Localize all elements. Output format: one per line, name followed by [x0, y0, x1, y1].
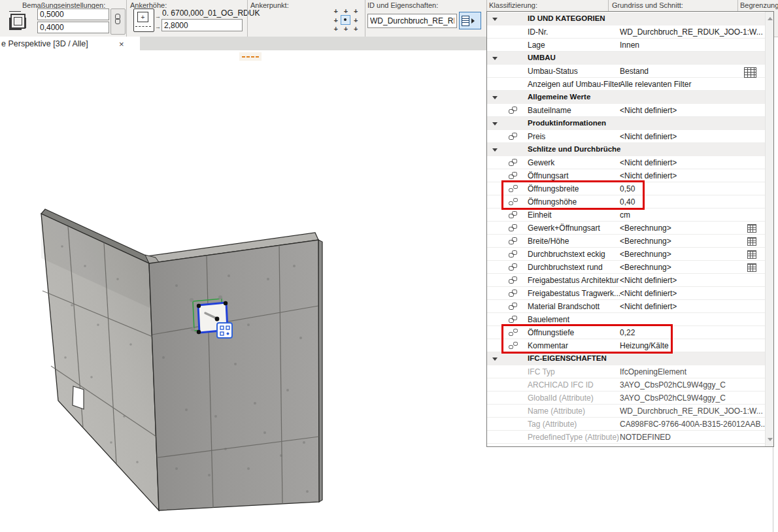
section-label: UMBAU — [528, 54, 556, 61]
property-row[interactable]: Bauteilname<Nicht definiert> — [487, 104, 766, 117]
property-row[interactable]: KommentarHeizung/Kälte — [487, 339, 766, 352]
document-icon — [462, 16, 469, 26]
property-row[interactable]: Preis<Nicht definiert> — [487, 130, 766, 143]
property-value[interactable]: <Nicht definiert> — [620, 289, 677, 298]
property-value[interactable]: <Nicht definiert> — [620, 302, 677, 311]
property-row[interactable]: Durchbruchstext eckig<Berechnung> — [487, 248, 766, 261]
table-icon[interactable] — [747, 250, 756, 259]
property-row[interactable]: Material Brandschott<Nicht definiert> — [487, 300, 766, 313]
link-dimensions-button[interactable] — [110, 8, 126, 35]
table-icon[interactable] — [747, 224, 756, 233]
3d-viewport[interactable] — [0, 50, 486, 532]
dim-width-input[interactable] — [37, 8, 109, 20]
table-icon[interactable] — [747, 263, 756, 272]
property-row[interactable]: Tag (Attribute)CA898F8C-9766-400A-B315-2… — [487, 418, 766, 431]
property-value[interactable]: Innen — [620, 41, 639, 50]
collapse-triangle-icon[interactable] — [492, 357, 498, 361]
anchor-point-center-selected[interactable] — [341, 15, 350, 25]
property-value[interactable]: 0,50 — [620, 184, 635, 193]
section-row[interactable]: ID UND KATEGORIEN — [487, 12, 766, 25]
property-row[interactable]: Einheitcm — [487, 208, 766, 222]
property-row[interactable]: Umbau-StatusBestand — [487, 65, 766, 78]
anchor-point-grid[interactable] — [331, 7, 361, 32]
property-value[interactable]: Alle relevanten Filter — [620, 80, 691, 89]
element-id-input[interactable] — [367, 14, 457, 28]
id-properties-button[interactable] — [459, 12, 481, 29]
section-row[interactable]: Allgemeine Werte — [487, 91, 766, 104]
property-row[interactable]: Breite/Höhe<Berechnung> — [487, 235, 766, 248]
property-value[interactable]: <Berechnung> — [620, 237, 671, 246]
tab-perspective-3d[interactable]: e Perspektive [3D / Alle] × — [0, 37, 140, 51]
chain-icon — [509, 133, 518, 141]
section-row[interactable]: Produktinformationen — [487, 117, 766, 130]
collapse-triangle-icon[interactable] — [492, 57, 498, 60]
tab-close-icon[interactable]: × — [119, 39, 124, 49]
property-value[interactable]: cm — [620, 210, 630, 220]
property-value[interactable]: Bestand — [620, 67, 649, 76]
property-value[interactable]: <Berechnung> — [620, 224, 671, 233]
property-value[interactable]: 3AYO_CbsP02hCL9W4ggy_C — [620, 380, 726, 390]
property-row[interactable]: Freigabestatus Tragwerk...<Nicht definie… — [487, 287, 766, 300]
property-label: PredefinedType (Attribute) — [528, 433, 619, 442]
property-row[interactable]: Öffnungshöhe0,40 — [487, 195, 766, 208]
property-row[interactable]: Name (Attribute)WD_Durchbruch_RE_RDUK_JO… — [487, 405, 766, 418]
property-row[interactable]: Anzeigen auf Umbau-FilterAlle relevanten… — [487, 78, 766, 91]
scrollbar[interactable] — [765, 12, 773, 446]
property-row[interactable]: PredefinedType (Attribute)NOTDEFINED — [487, 431, 766, 444]
archicad-window: Bemaßungseinstellungen: Ankerhöhe: + → →… — [0, 0, 778, 532]
anchor-height-input[interactable] — [161, 19, 243, 31]
property-row[interactable]: Gewerk+Öffnungsart<Berechnung> — [487, 222, 766, 235]
property-label: Gewerk — [528, 158, 554, 167]
scroll-up-icon[interactable] — [768, 17, 773, 20]
property-value[interactable]: NOTDEFINED — [620, 433, 671, 442]
anchor-point-label: Ankerpunkt: — [250, 1, 289, 9]
property-row[interactable]: Gewerk<Nicht definiert> — [487, 156, 766, 169]
property-value[interactable]: Heizung/Kälte — [620, 341, 669, 350]
property-value[interactable]: WD_Durchbruch_RE_RDUK_JOO-1:W... — [620, 27, 763, 37]
property-value[interactable]: <Nicht definiert> — [620, 106, 677, 115]
section-row[interactable]: UMBAU — [487, 52, 766, 65]
property-label: Bauteilname — [528, 106, 571, 115]
property-row[interactable]: ID-Nr.WD_Durchbruch_RE_RDUK_JOO-1:W... — [487, 25, 766, 39]
property-value[interactable]: <Nicht definiert> — [620, 276, 677, 285]
property-value[interactable]: <Berechnung> — [620, 250, 671, 259]
scroll-down-icon[interactable] — [768, 438, 773, 441]
property-row[interactable]: Bauelement — [487, 313, 766, 326]
collapse-triangle-icon[interactable] — [492, 18, 498, 21]
collapse-triangle-icon[interactable] — [492, 122, 498, 125]
property-value[interactable]: WD_Durchbruch_RE_RDUK_JOO-1:W... — [620, 407, 763, 416]
property-value[interactable]: 0,22 — [620, 328, 635, 337]
property-row[interactable]: Öffnungsbreite0,50 — [487, 182, 766, 195]
property-row[interactable]: Freigabestatus Architektur<Nicht definie… — [487, 274, 766, 287]
section-row[interactable]: Schlitze und Durchbrüche — [487, 143, 766, 156]
brick-icon[interactable] — [744, 67, 756, 78]
property-row[interactable]: Öffnungsart<Nicht definiert> — [487, 169, 766, 182]
wall-opening-hole[interactable] — [73, 386, 84, 409]
table-icon[interactable] — [747, 237, 756, 246]
property-label: Name (Attribute) — [528, 407, 585, 416]
property-value[interactable]: IfcOpeningElement — [620, 367, 686, 376]
property-row[interactable]: LageInnen — [487, 39, 766, 52]
property-row[interactable]: Durchbruchstext rund<Berechnung> — [487, 261, 766, 274]
subelement-badge-icon[interactable] — [217, 323, 232, 338]
property-row[interactable]: Öffnungstiefe0,22 — [487, 326, 766, 339]
section-row[interactable]: IFC-EIGENSCHAFTEN — [487, 352, 766, 365]
collapse-triangle-icon[interactable] — [492, 148, 498, 152]
property-value[interactable]: <Nicht definiert> — [620, 171, 677, 180]
property-row[interactable]: GlobalId (Attribute)3AYO_CbsP02hCL9W4ggy… — [487, 391, 766, 405]
section-label: Produktinformationen — [528, 119, 606, 127]
dim-height-input[interactable] — [37, 22, 109, 33]
wall-right-face[interactable] — [149, 240, 319, 510]
property-value[interactable]: CA898F8C-9766-400A-B315-26012AAB... — [620, 420, 767, 429]
property-value[interactable]: <Nicht definiert> — [620, 132, 677, 141]
property-row[interactable]: ARCHICAD IFC ID3AYO_CbsP02hCL9W4ggy_C — [487, 378, 766, 391]
property-value[interactable]: 0,40 — [620, 197, 635, 207]
section-label: Allgemeine Werte — [528, 93, 590, 101]
property-row[interactable]: IFC TypIfcOpeningElement — [487, 365, 766, 378]
property-value[interactable]: <Berechnung> — [620, 263, 671, 272]
collapse-triangle-icon[interactable] — [492, 96, 498, 99]
property-value[interactable]: <Nicht definiert> — [620, 158, 677, 167]
property-label: Material Brandschott — [528, 302, 600, 311]
property-value[interactable]: 3AYO_CbsP02hCL9W4ggy_C — [620, 393, 726, 403]
property-label: ID-Nr. — [528, 27, 548, 37]
